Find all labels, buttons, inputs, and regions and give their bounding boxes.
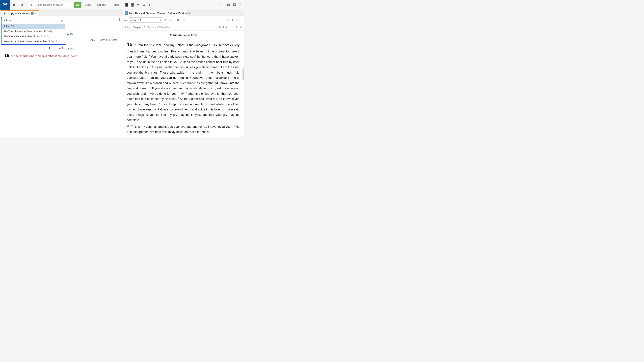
- add-tab-icon[interactable]: ＋: [42, 11, 44, 15]
- breadcrumb-bar: John › Chapter 15 › Jesus the True Vine …: [122, 24, 244, 31]
- nav-docs[interactable]: Docs: [84, 3, 91, 6]
- add-tab-icon[interactable]: ＋: [190, 11, 192, 15]
- svg-rect-40: [178, 19, 178, 21]
- right-reference-bar: ▼ ▼ // ❮ ❯ ▼: [122, 16, 244, 24]
- tab-label: New Revised Standard Version: Catholic E…: [129, 12, 187, 14]
- scrollbar-thumb[interactable]: [242, 68, 244, 80]
- home-icon[interactable]: [10, 0, 18, 10]
- nav-history-caret[interactable]: ▼: [236, 19, 239, 21]
- svg-rect-1: [22, 3, 22, 6]
- lightbulb-icon[interactable]: [136, 2, 140, 7]
- copy-paste-button[interactable]: Copy and Paste: [97, 38, 119, 42]
- svg-point-29: [119, 20, 120, 21]
- sync-icon[interactable]: [218, 2, 223, 7]
- layout-icon[interactable]: [226, 2, 231, 7]
- scripture-body: “I am the true vine, and my Father is th…: [127, 43, 240, 122]
- nav-down-icon[interactable]: 🡓: [235, 26, 238, 29]
- right-pane: New Revised Standard Version: Catholic E…: [122, 10, 244, 137]
- app-menu-icon[interactable]: [238, 2, 242, 7]
- right-reference-input[interactable]: [129, 17, 162, 23]
- shortcut-icon-1[interactable]: [124, 2, 129, 7]
- svg-line-4: [31, 5, 32, 6]
- left-pane: Copy Bible Verses ★ ✕ ＋ John 15:1 The Tr…: [0, 10, 122, 137]
- chapter-number: 15: [127, 41, 132, 47]
- nav-up-icon[interactable]: 🡑: [231, 26, 234, 29]
- book-icon: [125, 11, 128, 15]
- tab-nrsvce[interactable]: New Revised Standard Version: Catholic E…: [123, 10, 187, 16]
- svg-rect-2: [22, 3, 23, 6]
- app-logo[interactable]: [0, 0, 10, 10]
- main-split: Copy Bible Verses ★ ✕ ＋ John 15:1 The Tr…: [0, 10, 244, 137]
- link-set-icon[interactable]: ▼: [168, 19, 175, 21]
- svg-rect-8: [132, 3, 132, 4]
- reference-input[interactable]: [2, 18, 66, 23]
- columns-icon[interactable]: ▼: [176, 19, 182, 21]
- breadcrumb-book[interactable]: John: [124, 26, 130, 29]
- panel-menu-icon[interactable]: [240, 18, 242, 22]
- top-toolbar: GO Docs Guides Tools: [0, 0, 244, 10]
- panel-menu-icon[interactable]: [119, 18, 120, 22]
- star-badge-icon[interactable]: ★: [31, 12, 34, 14]
- svg-point-3: [30, 4, 32, 5]
- section-title: Jesus the True Vine: [127, 33, 240, 37]
- slash-icon[interactable]: //: [183, 18, 186, 22]
- nav-back-icon[interactable]: ❮: [226, 18, 230, 22]
- go-arrow-icon[interactable]: [60, 20, 63, 23]
- search-icon[interactable]: [28, 3, 34, 6]
- svg-rect-6: [126, 4, 128, 4]
- suggestion-item[interactable]: John 15:1: [2, 24, 66, 29]
- upload-icon[interactable]: [147, 2, 152, 7]
- close-icon[interactable]: ✕: [35, 12, 37, 14]
- suggestion-item[interactable]: Jesus Is the Vine-Followers Are Branches…: [2, 39, 66, 44]
- article-label: Article: [218, 26, 225, 28]
- suggestion-item[interactable]: The Vine and the Branches (John 15:1–17): [2, 34, 66, 39]
- library-icon[interactable]: [18, 0, 26, 10]
- passage-heading: Jesus the True Vine: [4, 47, 118, 50]
- clipboard-icon: [3, 11, 6, 15]
- svg-rect-39: [177, 19, 178, 21]
- chevron-right-icon: ›: [131, 26, 132, 28]
- suggestion-item[interactable]: The True Vine and Its Branches (John 15:…: [2, 29, 66, 34]
- nav-tools[interactable]: Tools: [112, 3, 119, 6]
- left-tabs: Copy Bible Verses ★ ✕ ＋: [0, 10, 122, 16]
- breadcrumb-section[interactable]: Jesus the True Vine: [148, 26, 170, 29]
- search-input[interactable]: [34, 2, 74, 7]
- chapter-number: 15: [4, 53, 9, 58]
- tab-copy-bible-verses[interactable]: Copy Bible Verses ★ ✕: [1, 10, 39, 16]
- left-preview: Jesus the True Vine 15 “I am the true vi…: [0, 44, 122, 60]
- svg-point-35: [164, 20, 165, 21]
- chevron-right-icon: ›: [146, 26, 147, 28]
- shortcut-icon-2[interactable]: [130, 2, 135, 7]
- verse-text: “I am the true vine, and my Father is th…: [12, 54, 77, 58]
- copy-button[interactable]: Copy: [87, 38, 97, 42]
- right-content[interactable]: Jesus the True Vine 15 “I am the true vi…: [122, 31, 244, 137]
- svg-rect-18: [229, 5, 230, 6]
- scripture-paragraph: 15 “I am the true vine, and my Father is…: [127, 40, 240, 123]
- divider: [225, 2, 225, 7]
- breadcrumb-chapter[interactable]: Chapter 15: [133, 26, 145, 29]
- contents-icon[interactable]: [124, 18, 128, 22]
- shortcut-icon-4[interactable]: [142, 2, 146, 7]
- svg-rect-15: [144, 5, 145, 6]
- svg-line-34: [160, 20, 161, 21]
- reference-autocomplete: John 15:1 The True Vine and Its Branches…: [1, 17, 66, 45]
- scripture-paragraph: 12 “This is my commandment, that you lov…: [127, 124, 240, 135]
- svg-point-37: [166, 20, 166, 21]
- locator-type-button[interactable]: Article▼: [217, 25, 229, 29]
- go-button[interactable]: GO: [74, 2, 81, 8]
- panels-icon[interactable]: [232, 2, 237, 7]
- search-icon[interactable]: [159, 18, 161, 21]
- nav-forward-icon[interactable]: ❯: [231, 18, 234, 22]
- suggestion-list: John 15:1 The True Vine and Its Branches…: [2, 24, 66, 44]
- svg-rect-0: [21, 3, 21, 6]
- left-reference-bar: John 15:1 The True Vine and Its Branches…: [0, 16, 122, 24]
- svg-point-25: [240, 6, 240, 6]
- scripture-body: 12 “This is my commandment, that you lov…: [127, 125, 240, 134]
- parallel-icon[interactable]: [163, 19, 167, 21]
- nav-guides[interactable]: Guides: [97, 3, 106, 6]
- close-locator-icon[interactable]: ✕: [240, 26, 242, 29]
- svg-rect-9: [133, 3, 134, 4]
- right-reference-input-wrap: [129, 17, 162, 23]
- svg-point-41: [241, 19, 242, 19]
- right-tabs: New Revised Standard Version: Catholic E…: [122, 10, 244, 16]
